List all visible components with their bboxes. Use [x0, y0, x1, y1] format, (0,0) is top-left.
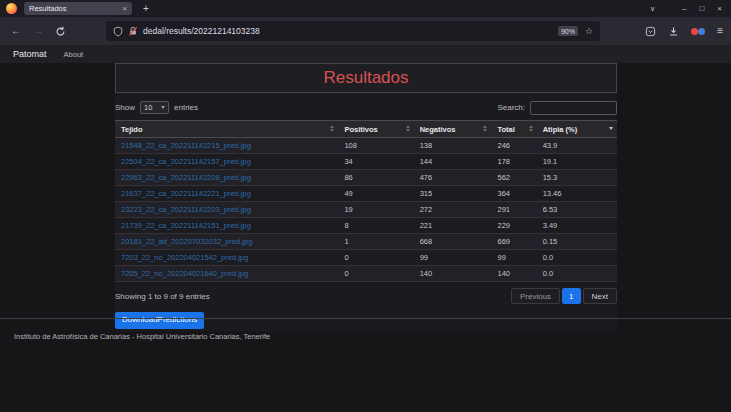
tab-list-chevron-icon[interactable]: ∨	[650, 5, 655, 12]
page-title: Resultados	[323, 68, 408, 88]
site-footer-text: Instituto de Astrofísica de Canarias - H…	[14, 332, 270, 341]
toolbar-icons: ≡	[645, 26, 723, 37]
column-header-negativos[interactable]: Negativos	[414, 121, 492, 138]
downloads-icon[interactable]	[668, 26, 679, 37]
window-maximize-button[interactable]: □	[699, 5, 704, 13]
zoom-level-badge[interactable]: 90%	[558, 26, 578, 36]
window-minimize-button[interactable]: –	[682, 5, 686, 13]
extension-icon[interactable]	[691, 27, 705, 36]
sort-icon[interactable]	[406, 125, 410, 132]
browser-navigation-toolbar: ← → dedal/results/20221214103238 90% ☆ ≡	[0, 17, 731, 45]
cell-total: 669	[491, 234, 536, 250]
cell-tejido: 20181_22_ad_202207032032_pred.jpg	[115, 234, 338, 250]
results-container: Resultados Show 10 entries Search:	[115, 63, 617, 331]
tejido-link[interactable]: 21548_22_ca_202211142215_pred.jpg	[121, 141, 251, 150]
page-title-panel: Resultados	[115, 63, 617, 93]
web-page: Patomat About Resultados Show 10 entries…	[0, 45, 731, 412]
tejido-link[interactable]: 21739_22_ca_202211142151_pred.jpg	[121, 221, 251, 230]
sort-descending-icon[interactable]	[609, 127, 613, 130]
cell-negativos: 476	[414, 170, 492, 186]
table-row: 23223_22_ca_202211142203_pred.jpg 19 272…	[115, 202, 617, 218]
cell-atipia: 6.53	[537, 202, 617, 218]
forward-button[interactable]: →	[32, 26, 44, 36]
cell-total: 291	[491, 202, 536, 218]
page-length-value: 10	[144, 103, 152, 112]
cell-atipia: 13.46	[537, 186, 617, 202]
tejido-link[interactable]: 7205_22_no_202204021640_pred.jpg	[121, 269, 248, 278]
new-tab-button[interactable]: +	[143, 4, 149, 14]
tracking-shield-icon[interactable]	[113, 26, 123, 37]
search-input[interactable]	[530, 101, 617, 115]
cell-negativos: 668	[414, 234, 492, 250]
cell-atipia: 19.1	[537, 154, 617, 170]
table-row: 7203_22_no_202204021542_pred.jpg 0 99 99…	[115, 250, 617, 266]
column-header-atipia[interactable]: Atipia (%)	[537, 121, 617, 138]
table-row: 7205_22_no_202204021640_pred.jpg 0 140 1…	[115, 266, 617, 282]
cell-negativos: 221	[414, 218, 492, 234]
cell-positivos: 19	[338, 202, 413, 218]
showing-entries-info: Showing 1 to 9 of 9 entries	[115, 292, 210, 301]
pagination-next-button[interactable]: Next	[583, 288, 617, 304]
cell-positivos: 86	[338, 170, 413, 186]
tab-close-icon[interactable]: ×	[122, 5, 127, 13]
cell-atipia: 0.0	[537, 250, 617, 266]
tejido-link[interactable]: 22963_22_ca_202211142208_pred.jpg	[121, 173, 251, 182]
site-navbar: Patomat About	[0, 45, 731, 63]
table-row: 21548_22_ca_202211142215_pred.jpg 108 13…	[115, 138, 617, 154]
nav-about-link[interactable]: About	[64, 50, 84, 59]
column-header-tejido[interactable]: Tejido	[115, 121, 338, 138]
cell-positivos: 108	[338, 138, 413, 154]
cell-tejido: 7203_22_no_202204021542_pred.jpg	[115, 250, 338, 266]
pagination-previous-button[interactable]: Previous	[511, 288, 560, 304]
select-caret-icon	[161, 106, 165, 109]
sort-icon[interactable]	[529, 125, 533, 132]
cell-positivos: 34	[338, 154, 413, 170]
cell-positivos: 49	[338, 186, 413, 202]
page-length-select[interactable]: 10	[140, 101, 169, 114]
cell-total: 140	[491, 266, 536, 282]
sort-icon[interactable]	[483, 125, 487, 132]
firefox-icon	[6, 3, 17, 14]
tejido-link[interactable]: 7203_22_no_202204021542_pred.jpg	[121, 253, 248, 262]
cell-atipia: 3.49	[537, 218, 617, 234]
insecure-lock-icon[interactable]	[128, 26, 138, 36]
table-row: 22504_22_ca_202211142157_pred.jpg 34 144…	[115, 154, 617, 170]
column-header-total[interactable]: Total	[491, 121, 536, 138]
brand-link[interactable]: Patomat	[13, 49, 47, 59]
download-predictions-button[interactable]: DownloadPredictions	[115, 312, 204, 329]
page-length-control: Show 10 entries	[115, 101, 198, 114]
table-footer: Showing 1 to 9 of 9 entries Previous 1 N…	[115, 288, 617, 304]
cell-tejido: 7205_22_no_202204021640_pred.jpg	[115, 266, 338, 282]
reload-icon[interactable]	[54, 26, 66, 37]
back-button[interactable]: ←	[10, 26, 22, 36]
tejido-link[interactable]: 20181_22_ad_202207032032_pred.jpg	[121, 237, 252, 246]
entries-label: entries	[174, 103, 198, 112]
cell-positivos: 0	[338, 250, 413, 266]
results-table: Tejido Positivos Negativos Total	[115, 120, 617, 282]
cell-tejido: 22963_22_ca_202211142208_pred.jpg	[115, 170, 338, 186]
tejido-link[interactable]: 23223_22_ca_202211142203_pred.jpg	[121, 205, 251, 214]
cell-negativos: 99	[414, 250, 492, 266]
sort-icon[interactable]	[330, 125, 334, 132]
cell-total: 178	[491, 154, 536, 170]
cell-atipia: 43.9	[537, 138, 617, 154]
cell-total: 562	[491, 170, 536, 186]
url-bar[interactable]: dedal/results/20221214103238 90% ☆	[106, 21, 600, 41]
table-row: 21637_22_ca_202211142221_pred.jpg 49 315…	[115, 186, 617, 202]
tejido-link[interactable]: 21637_22_ca_202211142221_pred.jpg	[121, 189, 251, 198]
cell-atipia: 15.3	[537, 170, 617, 186]
window-close-button[interactable]: ×	[717, 5, 722, 13]
save-to-pocket-icon[interactable]	[645, 26, 656, 37]
column-header-positivos[interactable]: Positivos	[338, 121, 413, 138]
cell-tejido: 23223_22_ca_202211142203_pred.jpg	[115, 202, 338, 218]
menu-hamburger-icon[interactable]: ≡	[717, 26, 723, 36]
cell-negativos: 140	[414, 266, 492, 282]
tejido-link[interactable]: 22504_22_ca_202211142157_pred.jpg	[121, 157, 251, 166]
pagination-page-1-button[interactable]: 1	[562, 288, 580, 304]
bookmark-star-icon[interactable]: ☆	[585, 27, 593, 36]
cell-negativos: 272	[414, 202, 492, 218]
url-text[interactable]: dedal/results/20221214103238	[143, 26, 558, 36]
search-control: Search:	[497, 101, 617, 115]
browser-tab[interactable]: Resultados ×	[24, 2, 132, 15]
search-label: Search:	[497, 103, 525, 112]
